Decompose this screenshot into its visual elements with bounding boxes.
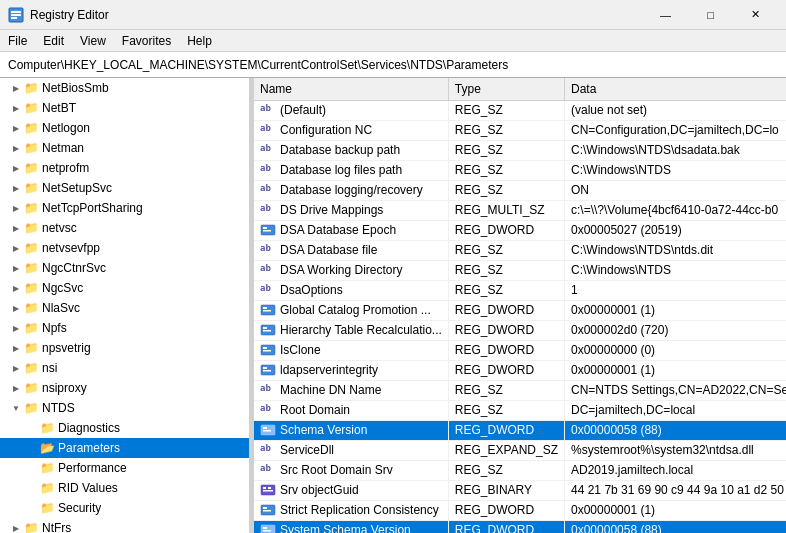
tree-item-ntfrs[interactable]: ▶📁NtFrs	[0, 518, 249, 533]
main-area: ▶📁NetBiosSmb▶📁NetBT▶📁Netlogon▶📁Netman▶📁n…	[0, 78, 786, 533]
tree-expander[interactable]: ▶	[8, 280, 24, 296]
tree-item-ntds-ridvalues[interactable]: 📁RID Values	[0, 478, 249, 498]
tree-expander[interactable]: ▶	[8, 140, 24, 156]
tree-item-nsi[interactable]: ▶📁nsi	[0, 358, 249, 378]
tree-item-netman[interactable]: ▶📁Netman	[0, 138, 249, 158]
address-path: Computer\HKEY_LOCAL_MACHINE\SYSTEM\Curre…	[4, 58, 512, 72]
tree-expander[interactable]: ▶	[8, 240, 24, 256]
tree-item-label: Security	[58, 501, 101, 515]
tree-item-label: NtFrs	[42, 521, 71, 533]
tree-item-netbiossmb[interactable]: ▶📁NetBiosSmb	[0, 78, 249, 98]
table-row[interactable]: Global Catalog Promotion ...REG_DWORD0x0…	[254, 300, 786, 320]
table-row[interactable]: Hierarchy Table Recalculatio...REG_DWORD…	[254, 320, 786, 340]
tree-expander[interactable]: ▶	[8, 360, 24, 376]
tree-item-npfs[interactable]: ▶📁Npfs	[0, 318, 249, 338]
folder-icon: 📂	[40, 441, 55, 455]
tree-expander[interactable]: ▶	[8, 200, 24, 216]
table-row[interactable]: IsCloneREG_DWORD0x00000000 (0)	[254, 340, 786, 360]
tree-item-nsiproxy[interactable]: ▶📁nsiproxy	[0, 378, 249, 398]
cell-name-text: ldapserverintegrity	[280, 363, 378, 377]
menu-item-favorites[interactable]: Favorites	[114, 30, 179, 51]
tree-expander[interactable]: ▶	[8, 160, 24, 176]
menu-item-edit[interactable]: Edit	[35, 30, 72, 51]
table-row[interactable]: abRoot DomainREG_SZDC=jamiltech,DC=local	[254, 400, 786, 420]
table-row[interactable]: abDatabase log files pathREG_SZC:\Window…	[254, 160, 786, 180]
cell-name-text: Database log files path	[280, 163, 402, 177]
menu-item-view[interactable]: View	[72, 30, 114, 51]
tree-expander[interactable]: ▶	[8, 100, 24, 116]
tree-expander[interactable]: ▶	[8, 120, 24, 136]
table-row[interactable]: abSrc Root Domain SrvREG_SZAD2019.jamilt…	[254, 460, 786, 480]
tree-expander[interactable]: ▶	[8, 180, 24, 196]
col-header-name: Name	[254, 78, 448, 100]
tree-item-nettcpportsharing[interactable]: ▶📁NetTcpPortSharing	[0, 198, 249, 218]
tree-item-ngcsvc[interactable]: ▶📁NgcSvc	[0, 278, 249, 298]
reg-value-icon	[260, 343, 278, 357]
tree-expander[interactable]: ▶	[8, 80, 24, 96]
minimize-button[interactable]: —	[643, 0, 688, 30]
tree-item-netprofm[interactable]: ▶📁netprofm	[0, 158, 249, 178]
tree-item-ntds-parameters[interactable]: 📂Parameters	[0, 438, 249, 458]
tree-item-ntds-diagnostics[interactable]: 📁Diagnostics	[0, 418, 249, 438]
table-row[interactable]: abDS Drive MappingsREG_MULTI_SZc:\=\\?\V…	[254, 200, 786, 220]
table-row[interactable]: abDSA Working DirectoryREG_SZC:\Windows\…	[254, 260, 786, 280]
table-row[interactable]: Srv objectGuidREG_BINARY44 21 7b 31 69 9…	[254, 480, 786, 500]
tree-item-npsvetrig[interactable]: ▶📁npsvetrig	[0, 338, 249, 358]
tree-expander[interactable]	[24, 440, 40, 456]
close-button[interactable]: ✕	[733, 0, 778, 30]
folder-icon: 📁	[40, 421, 55, 435]
tree-expander[interactable]: ▶	[8, 260, 24, 276]
menu-item-help[interactable]: Help	[179, 30, 220, 51]
maximize-button[interactable]: □	[688, 0, 733, 30]
tree-item-netvsc[interactable]: ▶📁netvsc	[0, 218, 249, 238]
table-row[interactable]: abDSA Database fileREG_SZC:\Windows\NTDS…	[254, 240, 786, 260]
cell-name-text: IsClone	[280, 343, 321, 357]
tree-expander[interactable]: ▶	[8, 220, 24, 236]
tree-panel[interactable]: ▶📁NetBiosSmb▶📁NetBT▶📁Netlogon▶📁Netman▶📁n…	[0, 78, 250, 533]
reg-value-icon: ab	[260, 263, 278, 277]
table-row[interactable]: Schema VersionREG_DWORD0x00000058 (88)	[254, 420, 786, 440]
table-row[interactable]: System Schema VersionREG_DWORD0x00000058…	[254, 520, 786, 533]
table-row[interactable]: ldapserverintegrityREG_DWORD0x00000001 (…	[254, 360, 786, 380]
table-row[interactable]: DSA Database EpochREG_DWORD0x00005027 (2…	[254, 220, 786, 240]
tree-expander[interactable]	[24, 500, 40, 516]
tree-item-ntds[interactable]: ▼📁NTDS	[0, 398, 249, 418]
cell-type: REG_DWORD	[448, 420, 564, 440]
menu-item-file[interactable]: File	[0, 30, 35, 51]
tree-expander[interactable]: ▶	[8, 340, 24, 356]
tree-item-ngcctnrsvc[interactable]: ▶📁NgcCtnrSvc	[0, 258, 249, 278]
tree-item-netsetupvc[interactable]: ▶📁NetSetupSvc	[0, 178, 249, 198]
tree-item-netbt[interactable]: ▶📁NetBT	[0, 98, 249, 118]
tree-item-label: Npfs	[42, 321, 67, 335]
tree-expander[interactable]: ▶	[8, 320, 24, 336]
tree-expander[interactable]: ▶	[8, 520, 24, 533]
cell-name-text: Schema Version	[280, 423, 367, 437]
tree-expander[interactable]: ▶	[8, 380, 24, 396]
reg-value-icon	[260, 503, 278, 517]
tree-item-netlogon[interactable]: ▶📁Netlogon	[0, 118, 249, 138]
reg-value-icon	[260, 483, 278, 497]
tree-item-ntds-performance[interactable]: 📁Performance	[0, 458, 249, 478]
table-row[interactable]: abDatabase logging/recoveryREG_SZON	[254, 180, 786, 200]
tree-expander[interactable]	[24, 480, 40, 496]
table-row[interactable]: abServiceDllREG_EXPAND_SZ%systemroot%\sy…	[254, 440, 786, 460]
right-panel[interactable]: Name Type Data ab(Default)REG_SZ(value n…	[254, 78, 786, 533]
table-row[interactable]: Strict Replication ConsistencyREG_DWORD0…	[254, 500, 786, 520]
tree-expander[interactable]: ▼	[8, 400, 24, 416]
table-row[interactable]: ab(Default)REG_SZ(value not set)	[254, 100, 786, 120]
svg-rect-30	[263, 527, 267, 529]
tree-item-nlasvc[interactable]: ▶📁NlaSvc	[0, 298, 249, 318]
tree-expander[interactable]: ▶	[8, 300, 24, 316]
reg-value-icon: ab	[260, 283, 278, 297]
table-row[interactable]: abConfiguration NCREG_SZCN=Configuration…	[254, 120, 786, 140]
tree-item-ntds-security[interactable]: 📁Security	[0, 498, 249, 518]
folder-icon: 📁	[24, 321, 39, 335]
table-row[interactable]: abDatabase backup pathREG_SZC:\Windows\N…	[254, 140, 786, 160]
table-row[interactable]: abMachine DN NameREG_SZCN=NTDS Settings,…	[254, 380, 786, 400]
tree-item-netvsevfpp[interactable]: ▶📁netvsevfpp	[0, 238, 249, 258]
tree-expander[interactable]	[24, 420, 40, 436]
cell-data: ON	[565, 180, 786, 200]
tree-expander[interactable]	[24, 460, 40, 476]
cell-name: abMachine DN Name	[254, 380, 448, 400]
table-row[interactable]: abDsaOptionsREG_SZ1	[254, 280, 786, 300]
